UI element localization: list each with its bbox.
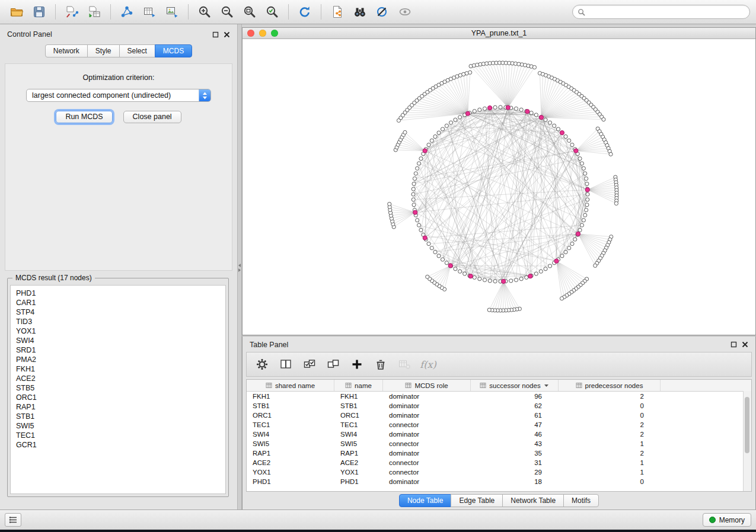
network-node[interactable] [544,118,547,121]
network-node[interactable] [430,139,433,142]
network-node[interactable] [578,228,582,232]
column-header-MCDS-role[interactable]: MCDS role [383,380,471,391]
new-network-button[interactable] [116,3,138,21]
network-node[interactable] [478,108,481,111]
table-scrollbar[interactable] [743,391,751,491]
mcds-result-item[interactable]: ACE2 [16,374,225,383]
mcds-hub-node[interactable] [528,274,532,278]
network-node[interactable] [473,275,476,279]
select-all-button[interactable] [300,355,319,373]
network-node[interactable] [583,172,587,175]
mcds-hub-node[interactable] [585,188,589,192]
network-node[interactable] [573,238,577,241]
network-graph[interactable] [243,39,755,335]
mcds-hub-node[interactable] [423,149,427,153]
network-node[interactable] [609,152,613,156]
tab-style[interactable]: Style [87,44,120,57]
network-node[interactable] [468,70,472,74]
zoom-fit-button[interactable] [239,3,260,21]
column-header-successor-nodes[interactable]: successor nodes [471,380,559,391]
split-column-button[interactable] [276,355,295,373]
network-node[interactable] [580,223,583,227]
network-node[interactable] [458,270,462,273]
network-view-canvas[interactable] [243,39,755,335]
network-node[interactable] [416,219,419,222]
mcds-result-item[interactable]: RAP1 [16,402,225,412]
network-node[interactable] [412,193,415,196]
mcds-hub-node[interactable] [448,264,452,268]
mcds-result-item[interactable]: SWI4 [16,336,225,345]
network-node[interactable] [412,203,416,207]
open-folder-button[interactable] [6,3,27,21]
network-node[interactable] [519,108,523,111]
splitter-grip-icon[interactable] [238,264,241,272]
mcds-result-item[interactable]: TID3 [16,317,225,326]
network-node[interactable] [437,254,441,258]
optimization-criterion-select[interactable]: largest connected component (undirected) [26,89,211,102]
network-node[interactable] [437,131,441,134]
network-node[interactable] [454,267,457,271]
network-node[interactable] [417,162,420,165]
network-node[interactable] [493,280,497,283]
scrollbar-thumb[interactable] [745,397,749,453]
network-node[interactable] [414,172,417,175]
table-row[interactable]: FKH1FKH1dominator962 [247,392,751,401]
mcds-hub-node[interactable] [468,274,473,278]
table-row[interactable]: SWI4SWI4dominator462 [247,430,751,439]
network-node[interactable] [419,157,423,161]
delete-button[interactable] [371,355,390,373]
network-node[interactable] [419,228,423,232]
network-node[interactable] [567,139,571,142]
mcds-result-item[interactable]: ORC1 [16,393,225,402]
network-node[interactable] [493,105,497,109]
network-node[interactable] [583,213,587,217]
mcds-hub-node[interactable] [413,210,417,214]
show-graphics-button[interactable] [394,3,416,21]
network-node[interactable] [585,182,589,185]
network-node[interactable] [463,272,467,275]
tab-mcds[interactable]: MCDS [155,44,192,57]
network-node[interactable] [483,278,486,281]
network-node[interactable] [534,272,538,275]
mcds-result-list[interactable]: PHD1CAR1STP4TID3YOX1SWI4SRD1PMA2FKH1ACE2… [10,285,226,494]
new-table-button[interactable] [139,3,160,21]
mcds-hub-node[interactable] [576,232,580,236]
mcds-hub-node[interactable] [525,110,529,114]
mcds-result-item[interactable]: STB1 [16,412,225,421]
network-node[interactable] [582,219,585,222]
network-node[interactable] [582,166,585,170]
network-node[interactable] [509,279,513,283]
network-node[interactable] [433,134,437,138]
network-node[interactable] [499,105,502,109]
table-row[interactable]: YOX1YOX1connector291 [247,467,751,477]
mcds-result-item[interactable]: PHD1 [16,289,225,298]
network-node[interactable] [445,124,448,127]
save-button[interactable] [28,3,50,21]
deselect-all-button[interactable] [324,355,343,373]
network-node[interactable] [483,107,486,110]
network-node[interactable] [560,254,564,258]
mcds-result-item[interactable]: TEC1 [16,431,225,440]
network-node[interactable] [560,297,563,300]
network-node[interactable] [388,202,391,206]
network-node[interactable] [586,198,589,201]
table-row[interactable]: ORC1ORC1dominator610 [247,411,751,420]
network-node[interactable] [567,246,571,250]
import-table-from-file-button[interactable] [84,3,105,21]
mcds-hub-node[interactable] [506,105,510,110]
network-node[interactable] [416,166,419,170]
network-node[interactable] [430,246,433,250]
network-node[interactable] [413,177,416,180]
network-node[interactable] [458,116,462,119]
network-node[interactable] [426,275,429,278]
network-node[interactable] [553,124,556,127]
network-node[interactable] [570,143,574,146]
network-node[interactable] [594,264,597,267]
panel-menu-button[interactable] [5,513,21,527]
search-box[interactable] [572,5,750,19]
table-row[interactable]: ACE2ACE2connector311 [247,458,751,467]
network-node[interactable] [454,118,457,121]
minimize-window-icon[interactable] [259,30,266,37]
add-button[interactable] [347,355,366,373]
network-node[interactable] [445,261,448,265]
